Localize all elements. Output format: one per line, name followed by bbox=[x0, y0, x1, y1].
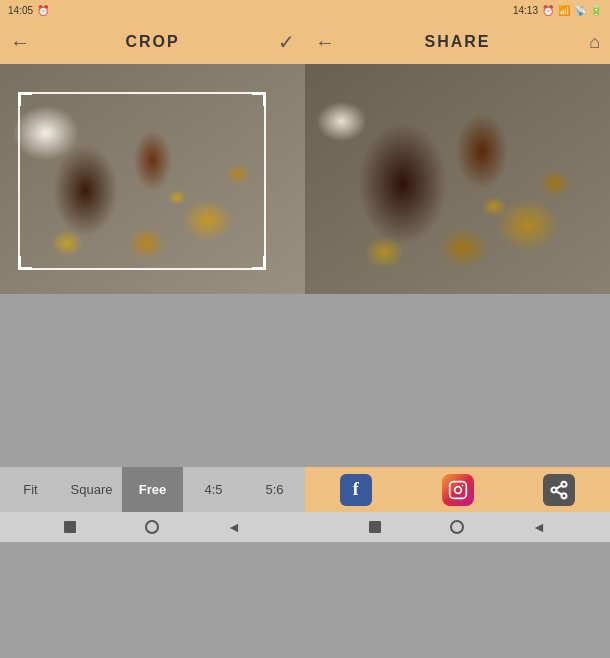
svg-line-6 bbox=[556, 491, 562, 494]
crop-modes: Fit Square Free 4:5 5:6 bbox=[0, 467, 305, 512]
svg-point-4 bbox=[552, 487, 557, 492]
instagram-button[interactable] bbox=[407, 467, 509, 512]
home-circle-right[interactable] bbox=[450, 520, 464, 534]
back-button-right[interactable]: ← bbox=[315, 31, 335, 54]
bottom-toolbar: Fit Square Free 4:5 5:6 f bbox=[0, 467, 610, 512]
ratio-5-6-button[interactable]: 5:6 bbox=[244, 467, 305, 512]
home-button[interactable]: ⌂ bbox=[589, 32, 600, 53]
gray-workspace: Fit Square Free 4:5 5:6 f bbox=[0, 294, 610, 542]
share-button[interactable] bbox=[508, 467, 610, 512]
alarm-icon-right: ⏰ bbox=[542, 5, 554, 16]
navigation-bar: ◄ ◄ bbox=[0, 512, 610, 542]
status-bar-left: 14:05 ⏰ bbox=[0, 0, 305, 20]
fit-button[interactable]: Fit bbox=[0, 467, 61, 512]
alarm-icon: ⏰ bbox=[37, 5, 49, 16]
free-button[interactable]: Free bbox=[122, 467, 183, 512]
svg-point-5 bbox=[562, 493, 567, 498]
battery-icon: 🔋 bbox=[590, 5, 602, 16]
left-image-panel bbox=[0, 64, 305, 294]
crop-selection bbox=[18, 92, 266, 270]
right-image-panel bbox=[305, 64, 610, 294]
crop-corner-tr bbox=[252, 92, 266, 106]
facebook-icon: f bbox=[340, 474, 372, 506]
svg-point-1 bbox=[454, 486, 461, 493]
crop-corner-bl bbox=[18, 256, 32, 270]
svg-point-2 bbox=[461, 484, 463, 486]
time-left: 14:05 bbox=[8, 5, 33, 16]
signal-icon: 📶 bbox=[558, 5, 570, 16]
wifi-icon: 📡 bbox=[574, 5, 586, 16]
svg-line-7 bbox=[556, 485, 562, 488]
stop-button-left[interactable] bbox=[64, 521, 76, 533]
share-icon bbox=[543, 474, 575, 506]
header-left: ← CROP ✓ bbox=[0, 20, 305, 64]
svg-rect-0 bbox=[449, 481, 466, 498]
facebook-button[interactable]: f bbox=[305, 467, 407, 512]
time-right: 14:13 bbox=[513, 5, 538, 16]
home-circle-left[interactable] bbox=[145, 520, 159, 534]
square-button[interactable]: Square bbox=[61, 467, 122, 512]
header-right: ← SHARE ⌂ bbox=[305, 20, 610, 64]
crop-corner-br bbox=[252, 256, 266, 270]
crop-title: CROP bbox=[125, 33, 179, 51]
crop-corner-tl bbox=[18, 92, 32, 106]
ratio-4-5-button[interactable]: 4:5 bbox=[183, 467, 244, 512]
share-title: SHARE bbox=[424, 33, 490, 51]
status-bar-right: 14:13 ⏰ 📶 📡 🔋 bbox=[305, 0, 610, 20]
nav-left: ◄ bbox=[0, 512, 305, 542]
back-arrow-right[interactable]: ◄ bbox=[532, 519, 546, 535]
share-icons-bar: f bbox=[305, 467, 610, 512]
svg-point-3 bbox=[562, 481, 567, 486]
back-arrow-left[interactable]: ◄ bbox=[227, 519, 241, 535]
check-button[interactable]: ✓ bbox=[278, 30, 295, 54]
nav-right: ◄ bbox=[305, 512, 610, 542]
stop-button-right[interactable] bbox=[369, 521, 381, 533]
back-button[interactable]: ← bbox=[10, 31, 30, 54]
instagram-icon bbox=[442, 474, 474, 506]
food-image-right bbox=[305, 64, 610, 294]
